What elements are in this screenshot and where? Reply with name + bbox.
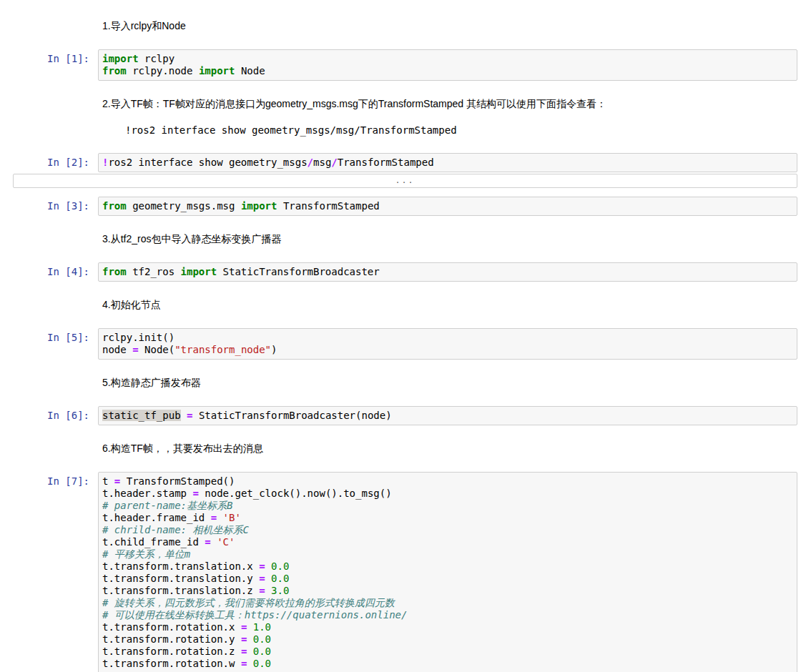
code-token: msg — [313, 157, 331, 168]
code-line: # 旋转关系，四元数形式，我们需要将欧拉角的形式转换成四元数 — [102, 597, 792, 609]
markdown-text: 2.导入TF帧：TF帧对应的消息接口为geometry_msgs.msg下的Tr… — [102, 97, 797, 111]
code-token: rclpy.init() — [102, 332, 175, 343]
markdown-text: 1.导入rclpy和Node — [102, 19, 797, 33]
code-token: t.transform.translation.z — [102, 585, 259, 596]
code-token: static_tf_pub — [102, 410, 181, 421]
code-token — [265, 573, 271, 584]
code-token: Node — [235, 65, 265, 76]
code-line: from geometry_msgs.msg import TransformS… — [102, 200, 792, 212]
input-prompt: In [7]: — [0, 472, 98, 672]
code-editor-content: from geometry_msgs.msg import TransformS… — [102, 200, 792, 212]
code-token: t.transform.translation.x — [102, 560, 259, 572]
code-token: = — [132, 344, 138, 355]
code-line: t.transform.rotation.z = 0.0 — [102, 646, 792, 658]
input-prompt: In [4]: — [0, 262, 98, 282]
code-token: t.header.frame_id — [102, 512, 211, 523]
code-token: node.get_clock().now().to_msg() — [199, 488, 392, 499]
code-token: from — [102, 65, 127, 76]
code-token: node — [102, 344, 132, 355]
code-token: t.child_frame_id — [102, 536, 205, 548]
code-token: StaticTransformBroadcaster(node) — [192, 410, 391, 421]
code-line: t.header.frame_id = 'B' — [102, 512, 792, 524]
code-line: rclpy.init() — [102, 332, 792, 344]
code-token — [265, 585, 271, 596]
code-cell: In [7]:t = TransformStamped()t.header.st… — [0, 472, 797, 672]
code-editor-content: t = TransformStamped()t.header.stamp = n… — [102, 475, 792, 670]
code-token: import — [241, 200, 277, 212]
code-token: # parent-name:基坐标系B — [102, 500, 232, 511]
code-token: StaticTransformBroadcaster — [217, 266, 380, 277]
code-line: # chrild-name: 相机坐标系C — [102, 524, 792, 536]
code-line: t.transform.rotation.x = 1.0 — [102, 621, 792, 633]
code-token: from — [102, 200, 127, 212]
code-line: node = Node("transform_node") — [102, 344, 792, 356]
code-line: t.header.stamp = node.get_clock().now().… — [102, 488, 792, 500]
code-token: 3.0 — [271, 585, 289, 596]
code-line: import rclpy — [102, 53, 792, 65]
code-line: # 平移关系，单位m — [102, 548, 792, 560]
code-token: ) — [271, 344, 277, 355]
input-prompt: In [2]: — [0, 153, 98, 172]
code-token: # 平移关系，单位m — [102, 548, 190, 560]
code-token: 0.0 — [271, 573, 289, 584]
code-line: t.transform.translation.z = 3.0 — [102, 585, 792, 597]
code-token: import — [199, 65, 235, 76]
code-token: rclpy — [139, 53, 175, 64]
code-token: t.transform.rotation.y — [102, 633, 241, 645]
code-line: t.transform.translation.x = 0.0 — [102, 560, 792, 573]
code-cell: In [4]:from tf2_ros import StaticTransfo… — [0, 262, 797, 282]
code-token — [247, 633, 252, 645]
markdown-cell: 1.导入rclpy和Node — [102, 19, 797, 33]
markdown-cell: 3.从tf2_ros包中导入静态坐标变换广播器 — [102, 232, 797, 246]
code-token: t.header.stamp — [102, 488, 192, 499]
code-token: "transform_node" — [175, 344, 271, 355]
code-cell: In [2]:!ros2 interface show geometry_msg… — [0, 153, 797, 172]
code-token: 1.0 — [253, 621, 271, 633]
code-input[interactable]: from tf2_ros import StaticTransformBroad… — [98, 262, 797, 282]
code-input[interactable]: import rclpyfrom rclpy.node import Node — [98, 49, 797, 81]
code-token: = — [259, 573, 265, 584]
code-editor-content: !ros2 interface show geometry_msgs/msg/T… — [102, 157, 792, 169]
code-input[interactable]: from geometry_msgs.msg import TransformS… — [98, 197, 797, 216]
markdown-text: 4.初始化节点 — [102, 298, 797, 312]
code-cell: In [1]:import rclpyfrom rclpy.node impor… — [0, 49, 797, 81]
code-input[interactable]: t = TransformStamped()t.header.stamp = n… — [98, 472, 797, 672]
code-line: # parent-name:基坐标系B — [102, 500, 792, 512]
code-token: 'C' — [217, 536, 235, 548]
code-token: = — [259, 585, 265, 596]
code-cell: In [5]:rclpy.init()node = Node("transfor… — [0, 328, 797, 360]
code-token: t.transform.rotation.z — [102, 646, 241, 657]
code-input[interactable]: static_tf_pub = StaticTransformBroadcast… — [98, 406, 797, 425]
code-token: = — [211, 512, 217, 523]
code-token: 0.0 — [253, 633, 271, 645]
markdown-cell: 2.导入TF帧：TF帧对应的消息接口为geometry_msgs.msg下的Tr… — [102, 97, 797, 137]
code-line: t.transform.translation.y = 0.0 — [102, 573, 792, 585]
code-input[interactable]: !ros2 interface show geometry_msgs/msg/T… — [98, 153, 797, 172]
markdown-cell: 4.初始化节点 — [102, 298, 797, 312]
code-token: t.transform.rotation.x — [102, 621, 241, 633]
code-line: # 可以使用在线坐标转换工具：https://quaternions.onlin… — [102, 609, 792, 621]
markdown-text: 3.从tf2_ros包中导入静态坐标变换广播器 — [102, 232, 797, 246]
code-token: 'B' — [223, 512, 241, 523]
code-token: geometry_msgs.msg — [127, 200, 241, 212]
code-input[interactable]: rclpy.init()node = Node("transform_node"… — [98, 328, 797, 360]
code-token: TransformStamped — [277, 200, 379, 212]
collapsed-output-toggle[interactable]: ... — [13, 174, 797, 188]
code-line: from tf2_ros import StaticTransformBroad… — [102, 266, 792, 278]
code-token: TransformStamped() — [120, 475, 235, 487]
code-token: tf2_ros — [127, 266, 181, 277]
code-token: t.transform.translation.y — [102, 573, 259, 584]
code-token: TransformStamped — [338, 157, 434, 168]
input-prompt: In [3]: — [0, 197, 98, 216]
input-prompt: In [1]: — [0, 49, 98, 81]
code-token — [247, 621, 252, 633]
code-editor-content: static_tf_pub = StaticTransformBroadcast… — [102, 410, 792, 422]
code-token: import — [181, 266, 217, 277]
code-line: from rclpy.node import Node — [102, 65, 792, 77]
code-token — [247, 658, 252, 669]
code-line: t.child_frame_id = 'C' — [102, 536, 792, 548]
code-token: ros2 interface show geometry_msgs — [108, 157, 307, 168]
code-line: t.transform.rotation.w = 0.0 — [102, 658, 792, 670]
code-token: 0.0 — [271, 560, 289, 572]
code-token: Node( — [139, 344, 175, 355]
